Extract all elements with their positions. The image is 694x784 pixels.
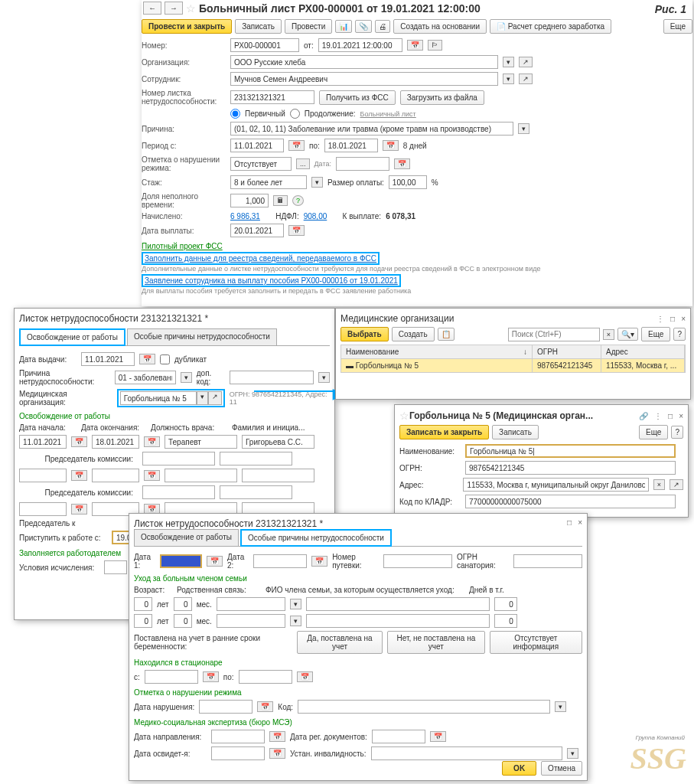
medorg-input[interactable]: [120, 391, 197, 405]
cancel-button[interactable]: Отмена: [541, 761, 582, 776]
table-row[interactable]: ▬ Горбольница № 59876542121345115533, Мо…: [340, 359, 686, 373]
calendar-icon[interactable]: 📅: [394, 158, 410, 169]
link-icon[interactable]: 🔗: [639, 412, 648, 420]
maximize-icon[interactable]: □: [668, 412, 673, 420]
calendar-icon[interactable]: 📅: [139, 354, 155, 364]
hosp-name[interactable]: [465, 444, 676, 458]
col-addr[interactable]: Адрес: [601, 345, 685, 358]
chevron-down-icon[interactable]: ▾: [197, 391, 208, 405]
maximize-icon[interactable]: □: [670, 315, 675, 323]
calc-button[interactable]: 📄 Расчет среднего заработка: [490, 19, 611, 34]
end2[interactable]: [92, 469, 139, 482]
help-icon[interactable]: ?: [671, 426, 683, 439]
help-icon[interactable]: ?: [292, 195, 304, 206]
star-icon[interactable]: ☆: [399, 410, 409, 422]
report-icon[interactable]: 📊: [335, 20, 352, 33]
invalidity[interactable]: [371, 746, 562, 760]
tab-special[interactable]: Особые причины нетрудоспособности: [240, 529, 392, 547]
fill-fss-link[interactable]: Заполнить данные для реестра сведений, п…: [145, 254, 376, 263]
preg-na[interactable]: Отсутствует информация: [490, 631, 582, 654]
cont-link[interactable]: Больничный лист: [360, 110, 416, 118]
select-button[interactable]: Выбрать: [340, 327, 389, 341]
position[interactable]: [165, 435, 237, 449]
period-to[interactable]: [324, 139, 378, 152]
calendar-icon[interactable]: 📅: [407, 40, 423, 51]
date-input[interactable]: [318, 38, 402, 52]
addcode-input[interactable]: [230, 371, 314, 384]
get-fss-button[interactable]: Получить из ФСС: [319, 90, 396, 105]
calendar-icon[interactable]: 📅: [144, 436, 160, 447]
date1[interactable]: [160, 554, 202, 568]
post-button[interactable]: Провести: [285, 19, 332, 34]
col-name[interactable]: Наименование ↓: [341, 345, 533, 358]
family-fio[interactable]: [306, 597, 490, 611]
calendar-icon[interactable]: 📅: [311, 556, 327, 567]
open-icon[interactable]: ↗: [208, 391, 222, 405]
days-count[interactable]: [494, 597, 517, 611]
stage-input[interactable]: [230, 175, 307, 189]
viol-date[interactable]: [199, 700, 253, 714]
viol-date[interactable]: [336, 157, 389, 171]
ndfl-link[interactable]: 908,00: [304, 212, 327, 220]
close-icon[interactable]: ×: [679, 412, 683, 420]
attach-icon[interactable]: 📎: [355, 20, 372, 33]
calendar-icon[interactable]: 📅: [71, 436, 87, 447]
star-icon[interactable]: ☆: [186, 2, 196, 15]
calc-icon[interactable]: 🖩: [273, 195, 288, 206]
relation[interactable]: [217, 597, 285, 611]
chevron-down-icon[interactable]: ▾: [503, 57, 514, 67]
accr-link[interactable]: 6 986,31: [230, 212, 260, 220]
copy-icon[interactable]: 📋: [438, 328, 455, 341]
chair-name[interactable]: [220, 452, 292, 466]
number-input[interactable]: [230, 38, 299, 52]
more-button[interactable]: Еще: [663, 19, 692, 34]
create-based-button[interactable]: Создать на основании: [393, 19, 487, 34]
calendar-icon[interactable]: 📅: [288, 140, 305, 151]
exam-date[interactable]: [211, 746, 265, 760]
ok-button[interactable]: OK: [502, 761, 536, 776]
tab-release[interactable]: Освобождение от работы: [19, 328, 125, 346]
name2[interactable]: [242, 469, 314, 482]
paydate-input[interactable]: [230, 224, 284, 237]
viol-code[interactable]: [298, 700, 550, 714]
voucher[interactable]: [383, 554, 452, 568]
clear-icon[interactable]: ×: [603, 329, 614, 340]
flag-icon[interactable]: 🏳: [428, 40, 442, 51]
save-close-button[interactable]: Записать и закрыть: [399, 425, 489, 439]
reason-input[interactable]: [230, 122, 513, 136]
pilot-link[interactable]: Пилотный проект ФСС: [142, 242, 223, 250]
calendar-icon[interactable]: 📅: [383, 140, 399, 151]
hosp-from[interactable]: [145, 670, 198, 684]
calendar-icon[interactable]: 📅: [288, 225, 305, 236]
age-mo[interactable]: [174, 597, 192, 611]
part-input[interactable]: [230, 194, 269, 207]
date2[interactable]: [253, 554, 307, 568]
close-icon[interactable]: ×: [681, 315, 686, 323]
viol-input[interactable]: [230, 157, 292, 171]
nav-fwd[interactable]: →: [165, 2, 183, 15]
more-button[interactable]: Еще: [639, 425, 668, 439]
clear-icon[interactable]: ×: [653, 479, 665, 490]
preg-no[interactable]: Нет, не поставлена на учет: [387, 631, 485, 654]
calendar-icon[interactable]: 📅: [71, 470, 87, 481]
chevron-down-icon[interactable]: ▾: [503, 74, 514, 84]
maximize-icon[interactable]: □: [567, 518, 572, 529]
hosp-kladr[interactable]: [465, 495, 676, 508]
create-button[interactable]: Создать: [392, 327, 435, 341]
post-close-button[interactable]: Провести и закрыть: [142, 19, 232, 34]
hosp-ogrn[interactable]: [465, 461, 676, 475]
cert-input[interactable]: [230, 90, 314, 104]
tab-special[interactable]: Особые причины нетрудоспособности: [127, 328, 277, 345]
chevron-down-icon[interactable]: ▾: [311, 177, 323, 188]
col-ogrn[interactable]: ОГРН: [533, 345, 601, 358]
load-file-button[interactable]: Загрузить из файла: [400, 90, 484, 105]
rate-input[interactable]: [389, 175, 427, 189]
help-icon[interactable]: ?: [673, 328, 686, 341]
search-input[interactable]: [508, 328, 600, 341]
issue-date[interactable]: [81, 352, 135, 366]
save-button[interactable]: Записать: [235, 19, 282, 34]
open-icon[interactable]: ↗: [670, 479, 683, 490]
chevron-down-icon[interactable]: ▾: [181, 372, 192, 383]
ellipsis-icon[interactable]: ...: [296, 158, 310, 169]
pos2[interactable]: [165, 469, 237, 482]
